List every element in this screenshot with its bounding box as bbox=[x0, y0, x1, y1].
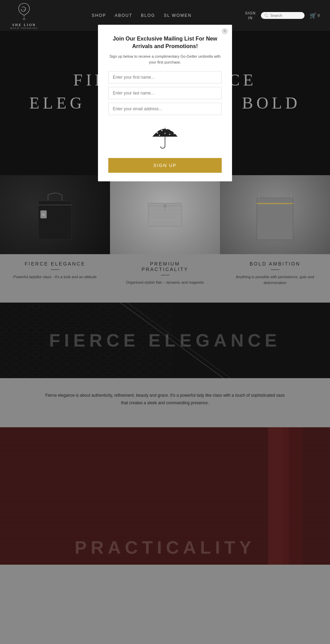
logo-brand: SHE LION bbox=[12, 23, 36, 27]
svg-point-6 bbox=[174, 133, 175, 135]
product-desc-3: Anything is possible with persistence, g… bbox=[220, 274, 330, 285]
product-grid-section: SL FIERCE ELEGANCE Powerful ladylike cla… bbox=[0, 175, 330, 303]
umbrella-image bbox=[148, 124, 182, 151]
last-name-input[interactable] bbox=[108, 87, 222, 99]
svg-point-9 bbox=[169, 134, 170, 135]
svg-rect-28 bbox=[164, 204, 166, 207]
email-input[interactable] bbox=[108, 103, 222, 115]
product-image-1: SL bbox=[0, 175, 110, 254]
premium-banner: PRACTICALITY bbox=[0, 427, 330, 565]
svg-rect-49 bbox=[282, 427, 302, 565]
svg-point-5 bbox=[170, 130, 172, 132]
cart-button[interactable]: 🛒 0 bbox=[310, 12, 320, 19]
product-premium-practicality[interactable]: PREMIUMPRACTICALITY Organised stylish fl… bbox=[110, 175, 220, 285]
product-name-2: PREMIUMPRACTICALITY bbox=[110, 261, 220, 272]
svg-rect-30 bbox=[257, 198, 293, 240]
logo-tagline: BOLD THINKING bbox=[10, 27, 38, 30]
product-divider-3 bbox=[271, 269, 279, 270]
search-box[interactable] bbox=[261, 12, 305, 19]
modal-overlay: × Join Our Exclusive Mailing List For Ne… bbox=[0, 31, 330, 175]
svg-text:SL: SL bbox=[42, 213, 45, 216]
header-right: SIGNIN 🛒 0 bbox=[245, 11, 320, 21]
search-input[interactable] bbox=[270, 13, 301, 18]
nav-item-shop[interactable]: SHOP bbox=[92, 13, 106, 18]
product-name-3: BOLD AMBITION bbox=[220, 261, 330, 267]
product-divider-1 bbox=[51, 269, 59, 270]
logo[interactable]: SHE LION BOLD THINKING bbox=[10, 2, 38, 30]
modal-title: Join Our Exclusive Mailing List For New … bbox=[108, 35, 222, 50]
premium-practicality-section: PRACTICALITY bbox=[0, 427, 330, 565]
product-image-2 bbox=[110, 175, 220, 254]
hero-section: FIER CE ELEG NCE . BOLD AMBITION. × Join… bbox=[0, 31, 330, 175]
umbrella-icon bbox=[150, 124, 180, 149]
svg-point-0 bbox=[265, 14, 267, 16]
fierce-banner-text: FIERCE ELEGANCE bbox=[49, 330, 281, 351]
nav-item-sl-women[interactable]: SL WOMEN bbox=[164, 13, 191, 18]
first-name-input[interactable] bbox=[108, 71, 222, 83]
svg-rect-17 bbox=[38, 201, 72, 240]
bag-icon-3 bbox=[253, 184, 297, 246]
fierce-content-section: Fierce elegance is about authenticity, r… bbox=[0, 378, 330, 427]
product-bold-ambition[interactable]: BOLD AMBITION Anything is possible with … bbox=[220, 175, 330, 285]
signup-modal: × Join Our Exclusive Mailing List For Ne… bbox=[98, 25, 232, 182]
fierce-elegance-banner: FIERCE ELEGANCE bbox=[0, 303, 330, 378]
svg-point-7 bbox=[159, 135, 160, 136]
svg-line-1 bbox=[267, 16, 268, 17]
modal-subtitle: Sign up below to receive a complimentary… bbox=[108, 54, 222, 65]
close-button[interactable]: × bbox=[222, 28, 228, 34]
product-desc-2: Organised stylish flair – dynamic and ma… bbox=[110, 280, 220, 285]
product-name-1: FIERCE ELEGANCE bbox=[0, 261, 110, 267]
cart-count: 0 bbox=[318, 13, 320, 18]
product-desc-1: Powerful ladylike class - It's a look an… bbox=[0, 274, 110, 280]
nav-item-blog[interactable]: BLOG bbox=[141, 13, 155, 18]
nav-item-about[interactable]: ABOUT bbox=[115, 13, 132, 18]
search-icon bbox=[264, 13, 268, 18]
logo-icon bbox=[15, 2, 33, 22]
product-divider-2 bbox=[161, 275, 169, 275]
premium-banner-text: PRACTICALITY bbox=[75, 537, 255, 558]
main-nav: SHOP ABOUT BLOG SL WOMEN bbox=[92, 13, 192, 18]
fierce-elegance-description: Fierce elegance is about authenticity, r… bbox=[45, 392, 285, 407]
sign-in-button[interactable]: SIGNIN bbox=[245, 11, 256, 21]
svg-point-4 bbox=[166, 128, 167, 130]
signup-button[interactable]: SIGN UP bbox=[108, 158, 222, 173]
product-fierce-elegance[interactable]: SL FIERCE ELEGANCE Powerful ladylike cla… bbox=[0, 175, 110, 285]
product-image-3 bbox=[220, 175, 330, 254]
svg-point-2 bbox=[156, 132, 158, 134]
bag-icon-2 bbox=[144, 185, 186, 244]
product-grid: SL FIERCE ELEGANCE Powerful ladylike cla… bbox=[0, 175, 330, 285]
bag-icon-1: SL bbox=[33, 184, 77, 246]
